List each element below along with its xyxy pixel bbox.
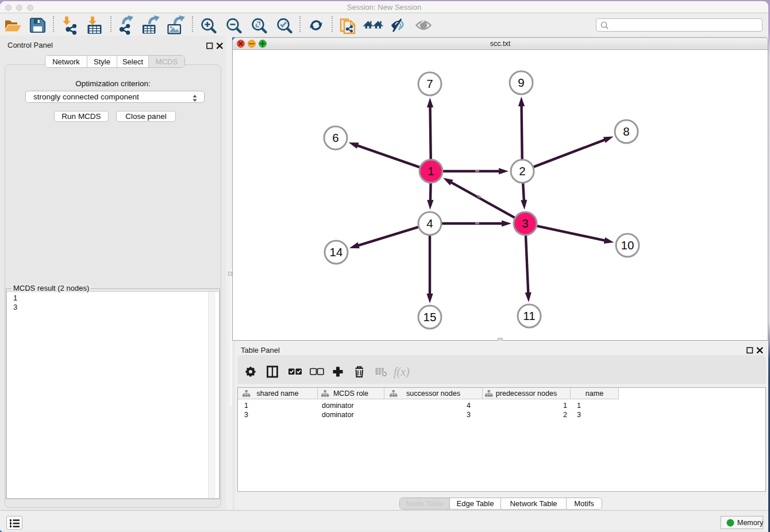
svg-text:8: 8 — [623, 125, 629, 138]
svg-text:6: 6 — [332, 131, 338, 144]
svg-text:f(x): f(x) — [394, 365, 410, 379]
svg-text:14: 14 — [330, 245, 343, 259]
svg-text:7: 7 — [426, 77, 433, 90]
svg-text:1: 1 — [428, 164, 434, 178]
svg-text:15: 15 — [424, 310, 437, 323]
svg-text:9: 9 — [518, 76, 524, 89]
svg-text:10: 10 — [621, 238, 634, 252]
svg-text:2: 2 — [519, 164, 525, 178]
svg-text:4: 4 — [426, 217, 433, 230]
svg-text:11: 11 — [523, 309, 535, 322]
svg-text:3: 3 — [522, 217, 528, 230]
